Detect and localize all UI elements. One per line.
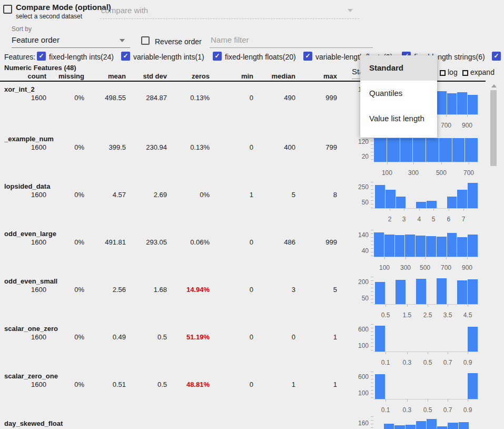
feature-type-checkbox[interactable]: ✓ [213,52,222,61]
x-axis-label: 900 [462,122,472,129]
x-axis-label: 100 [379,264,390,271]
menu-item-quantiles[interactable]: Quantiles [360,81,437,106]
y-axis-label: 100 [348,389,369,397]
histogram-bar [426,138,439,162]
reverse-order-checkbox[interactable] [141,36,150,45]
scrollbar-thumb[interactable] [490,90,497,166]
vertical-scrollbar[interactable] [489,82,498,429]
x-axis-tick [384,257,385,259]
column-header: count [0,72,46,80]
scroll-up-icon[interactable] [491,84,497,87]
stat-value: 2.56 [84,286,126,294]
sort-by-select[interactable]: Feature order [12,33,130,48]
stat-value: 799 [295,143,337,151]
feature-type-checkbox[interactable]: ✓ [303,52,312,61]
feature-type-checkbox[interactable]: ✓ [121,52,130,61]
x-axis-label: 0.1 [381,359,390,366]
x-axis-tick [428,305,428,307]
stat-value: 5 [253,191,295,199]
feature-histogram: 6001000.10.30.50.70.9 [348,324,482,373]
stat-value: 1 [295,381,337,388]
x-axis-tick [387,162,388,164]
histogram-bar [375,282,386,304]
compare-with-select[interactable]: compare with [100,4,359,19]
histogram-bar [405,235,416,257]
column-header: mean [84,72,126,80]
sort-by-value: Feature order [12,35,60,44]
histogram-bar [395,235,406,257]
expand-checkbox[interactable] [462,70,468,76]
x-axis-tick [433,209,434,211]
stat-value: 293.05 [126,238,167,246]
histogram-bar [375,185,386,208]
y-axis-ticks [371,416,373,429]
histogram-bar [375,374,386,399]
menu-item-standard[interactable]: Standard [360,55,437,81]
y-axis-label: 120 [348,138,369,145]
x-axis-tick [407,399,408,402]
histogram-bar [468,235,478,257]
y-axis-label: 100 [348,342,369,349]
stat-value: 999 [295,94,337,102]
x-axis-tick [390,209,390,211]
compare-mode-checkbox[interactable] [3,5,12,14]
histogram-bar [468,279,478,304]
histogram-bar [457,190,468,208]
x-axis-label: 0.7 [443,406,452,414]
stat-value: 0 [210,333,253,341]
histogram-bar [396,280,406,304]
y-axis-label: 40 [348,247,369,255]
histogram-bar [447,233,458,257]
stat-value: 490 [253,94,295,102]
histogram-bar [447,197,458,208]
y-axis-label: 200 [348,278,369,286]
x-axis-tick [446,115,447,117]
x-axis-tick [419,209,420,211]
column-header: missing [46,72,84,80]
column-header: median [253,72,295,80]
y-axis-label: 160 [348,420,369,427]
y-axis-ticks [371,182,373,208]
histogram-bar [384,424,394,429]
feature-type-checkbox[interactable]: ✓ [492,52,501,61]
menu-item-value-list-length[interactable]: Value list length [360,106,437,131]
x-axis-tick [404,209,404,211]
compare-mode-label: Compare Mode (optional) [16,3,111,12]
feature-name: _example_num [4,135,54,143]
stat-value: 2.69 [126,191,167,199]
stat-value: 8 [295,191,337,199]
x-axis-label: 100 [382,169,392,177]
feature-histogram: 12020100300500700 [348,137,482,183]
x-axis-label: 0.5 [423,406,432,414]
histogram-bars [374,230,478,257]
x-axis-label: 4.5 [463,311,472,319]
feature-stats-row: 16000%0.490.551.19%001 [0,333,337,341]
histogram-bar [413,138,426,162]
name-filter-input[interactable]: Name filter [210,33,373,48]
stat-value: 14.94% [167,286,210,294]
log-checkbox[interactable] [440,70,446,76]
x-axis-label: 0.7 [443,359,452,366]
feature-name: odd_even_large [4,230,56,238]
histogram-bar [375,326,386,352]
feature-histogram: 6001000.10.30.50.70.9 [348,372,482,420]
histogram-bar [459,422,469,429]
stat-value: 999 [295,238,337,246]
feature-type-checkbox[interactable]: ✓ [37,52,46,61]
stat-value: 1 [295,333,337,341]
expand-label: expand [470,68,495,76]
x-axis-tick [449,209,449,211]
histogram-bar [396,197,407,208]
name-filter-placeholder: Name filter [211,35,249,44]
x-axis-label: 700 [441,264,451,271]
stat-value: 4.57 [84,191,126,199]
feature-histogram: 14040100300500700900 [348,230,482,278]
log-label: log [448,68,458,76]
stat-value: 0 [210,94,253,102]
x-axis-tick [413,162,414,164]
stat-value: 284.87 [126,94,167,102]
x-axis-label: 7 [462,216,466,223]
stat-value: 3 [253,286,295,294]
feature-stats-row: 16000%498.55284.870.13%0490999 [0,94,337,102]
x-axis-tick [448,399,448,402]
